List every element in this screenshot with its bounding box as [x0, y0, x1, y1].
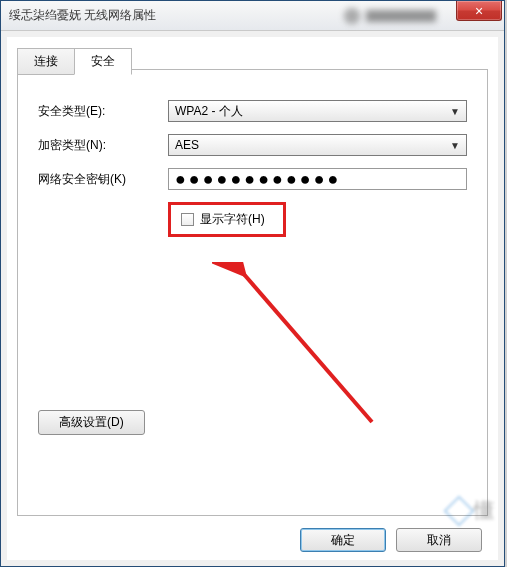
blurred-icon [344, 8, 360, 24]
show-characters-label: 显示字符(H) [200, 211, 265, 228]
network-key-input[interactable]: ●●●●●●●●●●●● [168, 168, 467, 190]
row-encryption-type: 加密类型(N): AES ▼ [38, 134, 467, 156]
window-title: 绥忎柒绉憂妩 无线网络属性 [9, 7, 344, 24]
tab-security[interactable]: 安全 [74, 48, 132, 75]
watermark-icon [443, 495, 474, 526]
blurred-text [366, 10, 436, 22]
tab-strip: 连接 安全 [17, 47, 131, 74]
cancel-button-label: 取消 [427, 532, 451, 549]
encryption-type-select[interactable]: AES ▼ [168, 134, 467, 156]
dialog-button-row: 确定 取消 [300, 528, 482, 552]
ok-button[interactable]: 确定 [300, 528, 386, 552]
show-characters-region: 显示字符(H) [168, 202, 286, 237]
ok-button-label: 确定 [331, 532, 355, 549]
encryption-type-value: AES [175, 138, 199, 152]
row-network-key: 网络安全密钥(K) ●●●●●●●●●●●● [38, 168, 467, 190]
watermark-text: 懂 [474, 497, 494, 524]
network-key-value: ●●●●●●●●●●●● [175, 170, 341, 188]
show-characters-checkbox[interactable] [181, 213, 194, 226]
close-icon: × [475, 3, 483, 19]
security-type-label: 安全类型(E): [38, 103, 168, 120]
row-security-type: 安全类型(E): WPA2 - 个人 ▼ [38, 100, 467, 122]
tab-panel-security: 安全类型(E): WPA2 - 个人 ▼ 加密类型(N): AES ▼ 网络安全… [17, 69, 488, 516]
tab-connect[interactable]: 连接 [17, 48, 75, 75]
chevron-down-icon: ▼ [450, 106, 460, 117]
security-type-value: WPA2 - 个人 [175, 103, 243, 120]
cancel-button[interactable]: 取消 [396, 528, 482, 552]
tab-connect-label: 连接 [34, 54, 58, 68]
advanced-settings-label: 高级设置(D) [59, 415, 124, 429]
watermark: 懂 [448, 497, 494, 524]
titlebar-blur-region [344, 8, 436, 24]
network-key-label: 网络安全密钥(K) [38, 171, 168, 188]
dialog-window: 绥忎柒绉憂妩 无线网络属性 × 连接 安全 安全类型(E): WPA2 - 个人… [0, 0, 505, 567]
chevron-down-icon: ▼ [450, 140, 460, 151]
encryption-type-label: 加密类型(N): [38, 137, 168, 154]
titlebar: 绥忎柒绉憂妩 无线网络属性 × [1, 1, 504, 31]
security-type-select[interactable]: WPA2 - 个人 ▼ [168, 100, 467, 122]
client-area: 连接 安全 安全类型(E): WPA2 - 个人 ▼ 加密类型(N): AES … [7, 37, 498, 560]
advanced-settings-button[interactable]: 高级设置(D) [38, 410, 145, 435]
close-button[interactable]: × [456, 1, 502, 21]
tab-security-label: 安全 [91, 54, 115, 68]
